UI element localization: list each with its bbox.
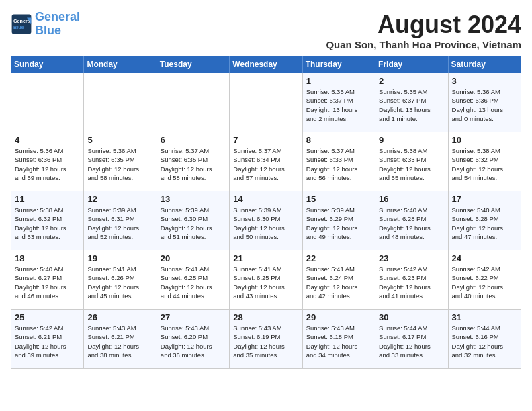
day-number: 10 (452, 135, 517, 145)
cell-info: Sunrise: 5:39 AM Sunset: 6:30 PM Dayligh… (161, 205, 226, 241)
day-number: 23 (379, 253, 444, 263)
day-number: 29 (306, 312, 371, 322)
calendar-cell: 23Sunrise: 5:42 AM Sunset: 6:23 PM Dayli… (375, 250, 448, 310)
calendar-cell: 17Sunrise: 5:40 AM Sunset: 6:28 PM Dayli… (448, 191, 521, 250)
title-area: August 2024 Quan Son, Thanh Hoa Province… (326, 11, 521, 50)
cell-info: Sunrise: 5:37 AM Sunset: 6:34 PM Dayligh… (233, 146, 298, 182)
cell-info: Sunrise: 5:44 AM Sunset: 6:16 PM Dayligh… (452, 324, 517, 359)
calendar-cell: 26Sunrise: 5:43 AM Sunset: 6:21 PM Dayli… (84, 310, 157, 369)
calendar-cell: 29Sunrise: 5:43 AM Sunset: 6:18 PM Dayli… (302, 310, 375, 369)
calendar-header: SundayMondayTuesdayWednesdayThursdayFrid… (11, 56, 521, 73)
calendar-cell: 21Sunrise: 5:41 AM Sunset: 6:25 PM Dayli… (230, 250, 302, 310)
cell-info: Sunrise: 5:43 AM Sunset: 6:20 PM Dayligh… (161, 324, 226, 359)
cell-info: Sunrise: 5:43 AM Sunset: 6:18 PM Dayligh… (306, 324, 371, 359)
day-number: 18 (15, 253, 80, 263)
calendar-cell: 24Sunrise: 5:42 AM Sunset: 6:22 PM Dayli… (448, 250, 521, 310)
logo-line1: General (35, 10, 80, 24)
day-number: 19 (87, 253, 152, 263)
header: General Blue General Blue August 2024 Qu… (11, 11, 521, 50)
calendar-week-1: 1Sunrise: 5:35 AM Sunset: 6:37 PM Daylig… (11, 73, 521, 132)
day-header-thursday: Thursday (302, 56, 375, 73)
calendar-cell: 18Sunrise: 5:40 AM Sunset: 6:27 PM Dayli… (11, 250, 84, 310)
cell-info: Sunrise: 5:39 AM Sunset: 6:31 PM Dayligh… (87, 205, 152, 241)
cell-info: Sunrise: 5:43 AM Sunset: 6:21 PM Dayligh… (87, 324, 152, 359)
day-number: 27 (161, 312, 226, 322)
calendar-cell: 15Sunrise: 5:39 AM Sunset: 6:29 PM Dayli… (302, 191, 375, 250)
calendar-cell: 30Sunrise: 5:44 AM Sunset: 6:17 PM Dayli… (375, 310, 448, 369)
day-number: 11 (15, 194, 80, 204)
logo-line2: Blue (35, 24, 61, 37)
calendar-cell: 11Sunrise: 5:38 AM Sunset: 6:32 PM Dayli… (11, 191, 84, 250)
day-number: 8 (306, 135, 371, 145)
day-number: 26 (87, 312, 152, 322)
logo-icon: General Blue (11, 13, 32, 35)
svg-text:Blue: Blue (13, 24, 24, 30)
cell-info: Sunrise: 5:42 AM Sunset: 6:21 PM Dayligh… (15, 324, 80, 359)
cell-info: Sunrise: 5:36 AM Sunset: 6:36 PM Dayligh… (15, 146, 80, 182)
calendar-cell: 10Sunrise: 5:38 AM Sunset: 6:32 PM Dayli… (448, 132, 521, 191)
day-number: 6 (161, 135, 226, 145)
day-number: 28 (233, 312, 298, 322)
calendar-cell (11, 73, 84, 132)
day-number: 31 (452, 312, 517, 322)
calendar-week-3: 11Sunrise: 5:38 AM Sunset: 6:32 PM Dayli… (11, 191, 521, 250)
day-number: 15 (306, 194, 371, 204)
cell-info: Sunrise: 5:44 AM Sunset: 6:17 PM Dayligh… (379, 324, 444, 359)
day-number: 9 (379, 135, 444, 145)
calendar-cell: 20Sunrise: 5:41 AM Sunset: 6:25 PM Dayli… (157, 250, 229, 310)
calendar-cell: 9Sunrise: 5:38 AM Sunset: 6:33 PM Daylig… (375, 132, 448, 191)
day-header-monday: Monday (84, 56, 157, 73)
day-number: 30 (379, 312, 444, 322)
calendar-cell: 27Sunrise: 5:43 AM Sunset: 6:20 PM Dayli… (157, 310, 229, 369)
day-number: 21 (233, 253, 298, 263)
calendar-subtitle: Quan Son, Thanh Hoa Province, Vietnam (326, 39, 521, 50)
day-header-sunday: Sunday (11, 56, 84, 73)
calendar-cell: 2Sunrise: 5:35 AM Sunset: 6:37 PM Daylig… (375, 73, 448, 132)
cell-info: Sunrise: 5:37 AM Sunset: 6:35 PM Dayligh… (161, 146, 226, 182)
calendar-cell (230, 73, 302, 132)
day-number: 16 (379, 194, 444, 204)
cell-info: Sunrise: 5:40 AM Sunset: 6:27 PM Dayligh… (15, 265, 80, 300)
calendar-cell: 31Sunrise: 5:44 AM Sunset: 6:16 PM Dayli… (448, 310, 521, 369)
cell-info: Sunrise: 5:37 AM Sunset: 6:33 PM Dayligh… (306, 146, 371, 182)
calendar-cell (84, 73, 157, 132)
day-number: 14 (233, 194, 298, 204)
day-number: 20 (161, 253, 226, 263)
calendar-cell: 7Sunrise: 5:37 AM Sunset: 6:34 PM Daylig… (230, 132, 302, 191)
calendar-title: August 2024 (326, 11, 521, 39)
cell-info: Sunrise: 5:41 AM Sunset: 6:26 PM Dayligh… (87, 265, 152, 300)
calendar-cell: 13Sunrise: 5:39 AM Sunset: 6:30 PM Dayli… (157, 191, 229, 250)
cell-info: Sunrise: 5:35 AM Sunset: 6:37 PM Dayligh… (379, 87, 444, 123)
day-number: 13 (161, 194, 226, 204)
logo-text: General Blue (35, 11, 80, 38)
cell-info: Sunrise: 5:41 AM Sunset: 6:25 PM Dayligh… (161, 265, 226, 300)
calendar-cell: 14Sunrise: 5:39 AM Sunset: 6:30 PM Dayli… (230, 191, 302, 250)
calendar-cell: 6Sunrise: 5:37 AM Sunset: 6:35 PM Daylig… (157, 132, 229, 191)
calendar-cell: 16Sunrise: 5:40 AM Sunset: 6:28 PM Dayli… (375, 191, 448, 250)
day-number: 25 (15, 312, 80, 322)
day-number: 22 (306, 253, 371, 263)
cell-info: Sunrise: 5:35 AM Sunset: 6:37 PM Dayligh… (306, 87, 371, 123)
calendar-cell: 25Sunrise: 5:42 AM Sunset: 6:21 PM Dayli… (11, 310, 84, 369)
logo: General Blue General Blue (11, 11, 80, 38)
day-header-wednesday: Wednesday (230, 56, 302, 73)
calendar-cell: 3Sunrise: 5:36 AM Sunset: 6:36 PM Daylig… (448, 73, 521, 132)
cell-info: Sunrise: 5:40 AM Sunset: 6:28 PM Dayligh… (452, 205, 517, 241)
cell-info: Sunrise: 5:40 AM Sunset: 6:28 PM Dayligh… (379, 205, 444, 241)
cell-info: Sunrise: 5:38 AM Sunset: 6:33 PM Dayligh… (379, 146, 444, 182)
calendar-cell: 22Sunrise: 5:41 AM Sunset: 6:24 PM Dayli… (302, 250, 375, 310)
day-header-friday: Friday (375, 56, 448, 73)
calendar-cell: 12Sunrise: 5:39 AM Sunset: 6:31 PM Dayli… (84, 191, 157, 250)
calendar-cell: 8Sunrise: 5:37 AM Sunset: 6:33 PM Daylig… (302, 132, 375, 191)
cell-info: Sunrise: 5:36 AM Sunset: 6:35 PM Dayligh… (87, 146, 152, 182)
cell-info: Sunrise: 5:41 AM Sunset: 6:24 PM Dayligh… (306, 265, 371, 300)
calendar-cell: 28Sunrise: 5:43 AM Sunset: 6:19 PM Dayli… (230, 310, 302, 369)
cell-info: Sunrise: 5:39 AM Sunset: 6:29 PM Dayligh… (306, 205, 371, 241)
calendar-body: 1Sunrise: 5:35 AM Sunset: 6:37 PM Daylig… (11, 73, 521, 369)
calendar-week-2: 4Sunrise: 5:36 AM Sunset: 6:36 PM Daylig… (11, 132, 521, 191)
day-number: 24 (452, 253, 517, 263)
cell-info: Sunrise: 5:41 AM Sunset: 6:25 PM Dayligh… (233, 265, 298, 300)
calendar-cell: 5Sunrise: 5:36 AM Sunset: 6:35 PM Daylig… (84, 132, 157, 191)
day-number: 1 (306, 76, 371, 86)
day-number: 5 (87, 135, 152, 145)
